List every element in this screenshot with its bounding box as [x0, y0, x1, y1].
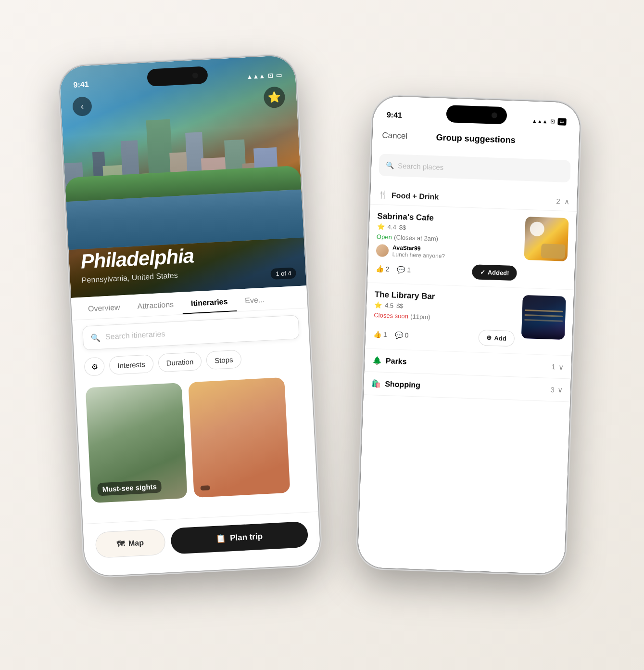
parks-count-row: 1 ∨: [551, 362, 564, 372]
library-comments: 0: [404, 331, 408, 339]
parks-chevron-down-icon: ∨: [558, 362, 564, 371]
filter-duration[interactable]: Duration: [157, 352, 202, 373]
signal-icon: ▲▲▲: [246, 72, 265, 80]
camera-dot: [192, 72, 198, 78]
wifi-icon: ⊡: [267, 72, 273, 79]
filter-interests[interactable]: Interests: [109, 354, 153, 375]
comment-icon: 💬: [397, 265, 405, 273]
page-indicator: 1 of 4: [270, 267, 296, 280]
sabrina-price: $$: [399, 224, 406, 231]
sabrina-close-time: (Closes at 2am): [393, 233, 438, 242]
tab-overview[interactable]: Overview: [78, 295, 129, 320]
right-search-bar[interactable]: 🔍 Search places: [379, 154, 570, 182]
left-time: 9:41: [73, 80, 89, 90]
dynamic-island: [147, 66, 208, 87]
city-skyline: [61, 103, 303, 250]
category-food-label: 🍴 Food + Drink: [378, 190, 439, 201]
filters-row: ⚙ Interests Duration Stops: [84, 346, 310, 376]
sabrina-image: [524, 217, 568, 261]
right-phone: 9:41 ▲▲▲ ⊡ ▭ Cancel Group suggestions 🔍 …: [357, 96, 581, 574]
shopping-label: 🛍️ Shopping: [371, 379, 420, 390]
food-count: 2: [556, 197, 560, 205]
parks-icon: 🌲: [372, 356, 382, 365]
tab-itineraries[interactable]: Itineraries: [181, 289, 237, 314]
right-screen: 9:41 ▲▲▲ ⊡ ▭ Cancel Group suggestions 🔍 …: [357, 96, 581, 574]
bottom-bar: 🗺 Map 📋 Plan trip: [83, 512, 321, 577]
plan-trip-button[interactable]: 📋 Plan trip: [170, 521, 308, 554]
city-subtitle: Pennsylvania, United States: [81, 271, 178, 284]
sabrina-likes: 2: [385, 265, 389, 272]
right-battery-icon: ▭: [557, 118, 567, 126]
city-name: Philadelphia: [80, 244, 194, 273]
right-time: 9:41: [386, 111, 402, 120]
map-label: Map: [128, 538, 144, 548]
library-close-time: (11pm): [410, 313, 430, 321]
plan-label: Plan trip: [229, 531, 263, 543]
map-button[interactable]: 🗺 Map: [95, 528, 165, 558]
left-phone: Philadelphia Pennsylvania, United States…: [59, 55, 321, 577]
parks-count: 1: [551, 362, 556, 371]
library-rating-val: 4.5: [384, 302, 393, 309]
parks-label: 🌲 Parks: [372, 356, 406, 366]
content-scroll: 🍴 Food + Drink 2 ∧ Sabrina's Cafe ⭐ 4.: [357, 183, 578, 575]
card-1-label: Must-see sights: [97, 480, 162, 496]
sabrina-open: Open: [376, 233, 391, 241]
sabrina-added-button[interactable]: ✓ Added!: [472, 264, 517, 281]
library-rating-star: ⭐: [374, 301, 382, 309]
library-likes: 1: [383, 330, 387, 338]
search-placeholder: Search itineraries: [105, 330, 165, 341]
sabrina-avatar: [376, 244, 389, 257]
sabrina-comment-button[interactable]: 💬 1: [397, 265, 411, 273]
food-category-name: Food + Drink: [391, 191, 439, 201]
search-bar[interactable]: 🔍 Search itineraries: [82, 315, 299, 350]
library-comment-button[interactable]: 💬 0: [394, 331, 408, 339]
filter-stops[interactable]: Stops: [206, 350, 241, 370]
add-label: Add: [494, 335, 506, 342]
filter-icon-button[interactable]: ⚙: [84, 357, 105, 376]
added-label: Added!: [487, 269, 509, 277]
library-info: The Library Bar ⭐ 4.5 $$ Closes soon (11…: [373, 290, 516, 347]
sabrina-user-info: AvaStar99 Lunch here anyone?: [392, 244, 445, 259]
library-like-icon: 👍: [373, 330, 381, 338]
sabrina-comment: Lunch here anyone?: [392, 251, 445, 259]
sabrina-rating: ⭐: [377, 223, 385, 231]
card-2[interactable]: [188, 377, 290, 498]
card-1[interactable]: Must-see sights: [85, 383, 187, 503]
library-actions: 👍 1 💬 0 ⊕ Add: [373, 326, 515, 347]
parks-name: Parks: [385, 357, 406, 366]
like-icon: 👍: [375, 265, 384, 273]
add-icon: ⊕: [486, 334, 492, 341]
sabrina-avatar-row: AvaStar99 Lunch here anyone?: [376, 244, 518, 262]
food-icon: 🍴: [378, 190, 388, 200]
map-icon: 🗺: [116, 539, 125, 548]
search-icon: 🔍: [90, 333, 101, 342]
shopping-count-row: 3 ∨: [550, 386, 563, 395]
right-wifi-icon: ⊡: [550, 118, 555, 125]
cancel-button[interactable]: Cancel: [382, 130, 408, 141]
library-image: [521, 295, 566, 340]
right-signal-icon: ▲▲▲: [531, 118, 547, 124]
library-close-text: Closes soon: [374, 311, 408, 320]
shopping-icon: 🛍️: [371, 379, 381, 388]
plan-icon: 📋: [215, 533, 226, 544]
sabrina-like-button[interactable]: 👍 2: [375, 265, 389, 273]
shopping-row[interactable]: 🛍️ Shopping 3 ∨: [371, 379, 563, 395]
tab-events[interactable]: Eve...: [236, 287, 274, 311]
sabrina-actions: 👍 2 💬 1 ✓ Added!: [375, 261, 517, 281]
right-camera-dot: [491, 112, 497, 118]
place-card-library: The Library Bar ⭐ 4.5 $$ Closes soon (11…: [365, 283, 574, 356]
shopping-count: 3: [550, 386, 555, 394]
library-price: $$: [396, 302, 403, 309]
shopping-chevron-down-icon: ∨: [557, 386, 563, 394]
sabrina-info: Sabrina's Cafe ⭐ 4.4 $$ Open (Closes at …: [375, 211, 518, 281]
phones-container: Philadelphia Pennsylvania, United States…: [58, 22, 587, 648]
tab-attractions[interactable]: Attractions: [128, 292, 183, 317]
place-card-sabrinas: Sabrina's Cafe ⭐ 4.4 $$ Open (Closes at …: [367, 205, 576, 290]
library-comment-icon: 💬: [394, 331, 403, 339]
card-2-label: [200, 485, 210, 490]
sabrina-comments: 1: [407, 266, 411, 273]
library-like-button[interactable]: 👍 1: [373, 330, 387, 338]
left-status-icons: ▲▲▲ ⊡ ▭: [246, 71, 282, 80]
library-add-button[interactable]: ⊕ Add: [478, 330, 514, 347]
parks-row[interactable]: 🌲 Parks 1 ∨: [372, 356, 563, 372]
